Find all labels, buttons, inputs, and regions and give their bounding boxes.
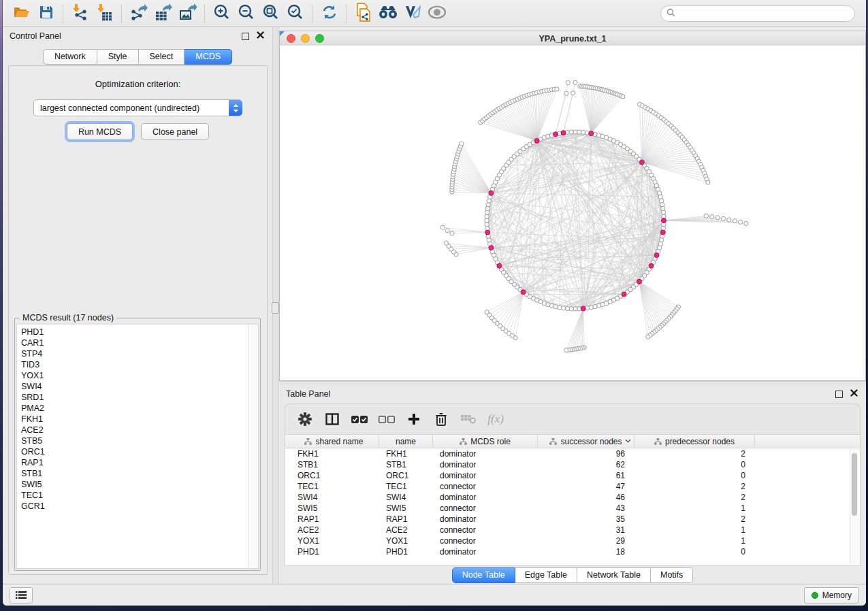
network-node[interactable] — [564, 348, 568, 352]
column-header-successor-nodes[interactable]: successor nodes — [538, 435, 634, 448]
list-item[interactable]: FKH1 — [21, 414, 248, 425]
table-cell[interactable]: SWI5 — [289, 503, 379, 514]
table-cell[interactable]: 96 — [538, 448, 634, 459]
table-row[interactable]: TEC1TEC1connector472 — [285, 481, 860, 492]
table-row[interactable]: RAP1RAP1dominator352 — [285, 514, 860, 525]
mcds-node[interactable] — [622, 292, 626, 297]
close-window-icon[interactable] — [287, 34, 295, 43]
table-cell[interactable]: SWI5 — [379, 503, 433, 514]
table-cell[interactable]: RAP1 — [289, 514, 379, 525]
gear-button[interactable] — [295, 409, 315, 429]
table-cell[interactable]: 47 — [538, 481, 634, 492]
search-input[interactable] — [679, 8, 849, 19]
list-item[interactable]: SWI5 — [21, 479, 248, 490]
float-panel-button[interactable] — [240, 31, 251, 42]
mcds-node[interactable] — [649, 263, 654, 268]
network-node[interactable] — [704, 214, 708, 218]
columns-button[interactable] — [322, 409, 342, 429]
network-node[interactable] — [485, 310, 489, 314]
column-header-shared-name[interactable]: shared name — [289, 435, 379, 448]
table-cell[interactable]: 1 — [634, 503, 755, 514]
table-cell[interactable]: FKH1 — [379, 448, 433, 459]
mcds-node[interactable] — [489, 191, 494, 195]
table-cell[interactable]: 2 — [634, 514, 755, 525]
network-node[interactable] — [444, 241, 448, 245]
list-item[interactable]: STB1 — [21, 468, 248, 479]
table-cell[interactable]: STB1 — [379, 459, 433, 470]
save-session-button[interactable] — [34, 3, 59, 24]
clone-network-button[interactable] — [351, 3, 376, 24]
float-table-panel-button[interactable] — [833, 389, 844, 399]
table-row[interactable]: SWI5SWI5connector431 — [285, 503, 860, 514]
mcds-node[interactable] — [589, 131, 594, 136]
hide-analysis-button[interactable] — [400, 3, 425, 24]
table-cell[interactable]: 35 — [538, 514, 634, 525]
delete-button[interactable] — [431, 409, 451, 429]
mcds-node[interactable] — [497, 263, 502, 268]
network-node[interactable] — [571, 91, 575, 95]
network-node[interactable] — [485, 214, 489, 218]
table-row[interactable]: ORC1ORC1dominator610 — [285, 470, 860, 481]
list-item[interactable]: GCR1 — [21, 501, 248, 512]
export-image-button[interactable] — [176, 3, 200, 24]
column-header-name[interactable]: name — [379, 435, 433, 448]
list-item[interactable]: ORC1 — [21, 446, 248, 457]
refresh-button[interactable] — [317, 3, 342, 24]
network-node[interactable] — [733, 219, 737, 223]
mcds-node[interactable] — [561, 131, 566, 135]
table-cell[interactable]: dominator — [433, 470, 538, 481]
mcds-node[interactable] — [485, 230, 490, 235]
table-cell[interactable]: TEC1 — [379, 481, 433, 492]
table-row[interactable]: ACE2ACE2connector311 — [285, 525, 860, 535]
mcds-node[interactable] — [521, 290, 526, 295]
network-node[interactable] — [721, 216, 725, 220]
table-cell[interactable]: PHD1 — [289, 546, 379, 557]
table-cell[interactable]: 61 — [538, 470, 634, 481]
table-cell[interactable]: TEC1 — [289, 481, 379, 492]
list-item[interactable]: YOX1 — [21, 370, 248, 381]
table-row[interactable]: YOX1YOX1connector291 — [285, 535, 860, 546]
network-node[interactable] — [710, 214, 714, 218]
column-header-MCDS-role[interactable]: MCDS role — [433, 435, 538, 448]
mcds-node[interactable] — [660, 230, 665, 235]
table-cell[interactable]: 1 — [634, 535, 755, 546]
close-panel-button[interactable] — [255, 31, 266, 42]
table-cell[interactable]: SWI4 — [289, 492, 379, 503]
mcds-node[interactable] — [489, 246, 494, 250]
mcds-node[interactable] — [637, 279, 642, 284]
network-node[interactable] — [564, 91, 568, 95]
add-column-button[interactable] — [404, 409, 424, 429]
zoom-fit-button[interactable] — [259, 3, 283, 24]
table-cell[interactable]: 46 — [538, 492, 634, 503]
table-cell[interactable]: 2 — [634, 481, 755, 492]
table-cell[interactable]: YOX1 — [379, 535, 433, 546]
tab-style[interactable]: Style — [97, 49, 139, 65]
list-item[interactable]: RAP1 — [21, 457, 248, 468]
list-item[interactable]: CAR1 — [21, 337, 248, 348]
table-cell[interactable]: 2 — [634, 448, 755, 459]
table-row[interactable]: STB1STB1dominator620 — [285, 459, 860, 470]
network-node[interactable] — [727, 218, 731, 222]
network-canvas[interactable] — [280, 46, 865, 380]
table-cell[interactable]: FKH1 — [289, 448, 379, 459]
list-item[interactable]: ACE2 — [21, 425, 248, 435]
export-network-button[interactable] — [127, 3, 151, 24]
search-network-button[interactable] — [376, 3, 400, 24]
table-row[interactable]: PHD1PHD1dominator180 — [285, 546, 860, 557]
function-builder-button[interactable]: f(x) — [485, 409, 506, 429]
task-history-button[interactable] — [10, 587, 33, 604]
network-node[interactable] — [716, 216, 720, 220]
open-file-button[interactable] — [10, 3, 34, 24]
mcds-node[interactable] — [654, 253, 659, 258]
table-row[interactable]: SWI4SWI4dominator462 — [285, 492, 860, 503]
table-cell[interactable]: connector — [433, 481, 538, 492]
network-node[interactable] — [738, 220, 742, 224]
table-cell[interactable]: connector — [433, 503, 538, 514]
table-cell[interactable]: RAP1 — [379, 514, 433, 525]
mcds-list-scrollbar[interactable] — [248, 325, 258, 568]
mcds-node[interactable] — [534, 138, 539, 143]
network-node[interactable] — [573, 80, 577, 84]
deselect-all-button[interactable] — [376, 409, 397, 429]
table-cell[interactable]: connector — [433, 525, 538, 535]
scrollbar-thumb[interactable] — [852, 453, 857, 516]
